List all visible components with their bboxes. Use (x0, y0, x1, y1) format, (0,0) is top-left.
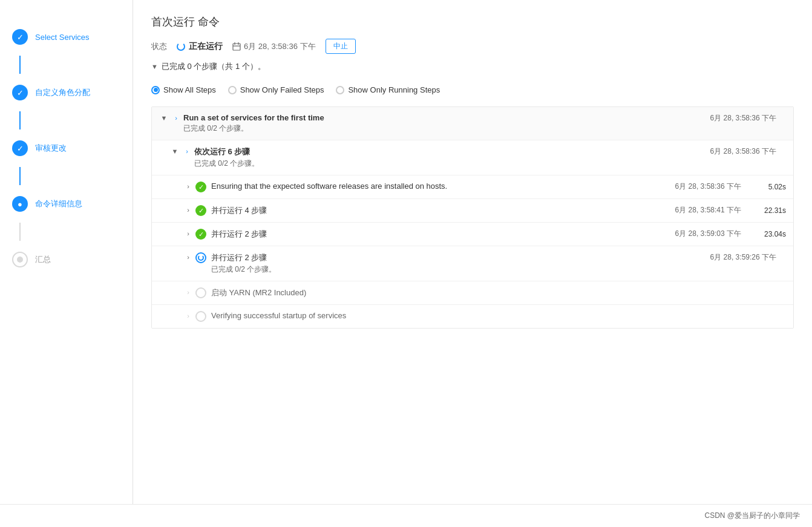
step-content-1-1-5: 启动 YARN (MR2 Included) (211, 287, 786, 298)
step-subtitle-1: 已完成 0/2 个步骤。 (183, 123, 710, 134)
step-title-1-1: 依次运行 6 步骤 (194, 146, 710, 157)
running-spinner (177, 42, 185, 51)
steps-container: ▼ › Run a set of services for the first … (151, 106, 794, 329)
connector-1 (19, 56, 21, 74)
status-text: 正在运行 (189, 41, 223, 52)
connector-2 (19, 111, 21, 129)
svg-rect-0 (233, 44, 240, 50)
footer-text: CSDN @爱当厨子的小章同学 (704, 511, 800, 520)
step-content-1-1-4: 并行运行 2 步骤 已完成 0/2 个步骤。 (211, 252, 710, 275)
expand-icon-1[interactable]: ▼ (159, 113, 169, 123)
radio-failed (228, 86, 237, 94)
expand-icon-1-1[interactable]: ▼ (170, 146, 180, 156)
step-row-1-1-6: › Verifying successful startup of servic… (152, 305, 793, 328)
step-title-1-1-5: 启动 YARN (MR2 Included) (211, 287, 786, 298)
step-right-1-1-2: 6月 28, 3:58:41 下午 22.31s (675, 205, 786, 215)
sidebar-item-command-details[interactable]: ● 命令详细信息 (0, 185, 133, 223)
step-time-1-1-1: 6月 28, 3:58:36 下午 (675, 182, 741, 192)
sidebar-label-audit: 审核更改 (35, 143, 67, 154)
sidebar-label-command-details: 命令详细信息 (35, 198, 82, 209)
sidebar-label-select-services: Select Services (35, 33, 90, 42)
expand-icon-1-1-2[interactable]: › (183, 205, 193, 215)
sidebar-item-audit[interactable]: ✓ 审核更改 (0, 129, 133, 167)
page-title: 首次运行 命令 (151, 15, 794, 29)
main-content: 首次运行 命令 状态 正在运行 6月 28, 3:58:36 下午 中止 ▼ 已… (133, 0, 812, 527)
radio-dot-all (154, 88, 158, 92)
summary-text: 已完成 0 个步骤（共 1 个）。 (162, 61, 266, 72)
status-icon-done-2: ✓ (195, 205, 206, 216)
step-row-1-1-3: › ✓ 并行运行 2 步骤 6月 28, 3:59:03 下午 23.04s (152, 223, 793, 246)
step-row-1-1-5: › 启动 YARN (MR2 Included) (152, 281, 793, 305)
status-label: 状态 (151, 41, 167, 52)
expand-icon-1-1-5[interactable]: › (183, 287, 193, 297)
expand-icon-1-1-1[interactable]: › (183, 182, 193, 191)
step-time-1-1: 6月 28, 3:58:36 下午 (710, 146, 776, 157)
step-title-1-1-2: 并行运行 4 步骤 (211, 205, 675, 216)
step-right-1-1: 6月 28, 3:58:36 下午 (710, 146, 786, 157)
step-row-1-1: ▼ › 依次运行 6 步骤 已完成 0/2 个步骤。 6月 28, 3:58:3… (152, 140, 793, 175)
status-bar: 状态 正在运行 6月 28, 3:58:36 下午 中止 (151, 39, 794, 54)
status-time-value: 6月 28, 3:58:36 下午 (244, 41, 316, 52)
footer: CSDN @爱当厨子的小章同学 (0, 504, 812, 527)
status-icon-done-1: ✓ (195, 182, 206, 192)
filter-failed[interactable]: Show Only Failed Steps (228, 85, 324, 94)
sidebar-item-custom-role[interactable]: ✓ 自定义角色分配 (0, 74, 133, 111)
chevron-down-icon: ▼ (151, 63, 158, 70)
step-content-1-1-1: Ensuring that the expected software rele… (211, 182, 675, 191)
step-duration-1-1-1: 5.02s (756, 183, 786, 191)
step-subtitle-1-1-4: 已完成 0/2 个步骤。 (211, 264, 710, 275)
step-row-1-1-1: › ✓ Ensuring that the expected software … (152, 175, 793, 199)
sidebar-item-select-services[interactable]: ✓ Select Services (0, 18, 133, 56)
step-time-1: 6月 28, 3:58:36 下午 (710, 113, 776, 123)
step-content-1-1-6: Verifying successful startup of services (211, 311, 786, 320)
step-icon-active: ● (12, 196, 28, 212)
filter-all[interactable]: Show All Steps (151, 85, 216, 94)
sidebar: ✓ Select Services ✓ 自定义角色分配 ✓ 审核更改 ● 命令详… (0, 0, 133, 527)
stop-button[interactable]: 中止 (326, 39, 356, 54)
step-icon-completed-3: ✓ (12, 140, 28, 156)
step-duration-1-1-3: 23.04s (756, 230, 786, 238)
step-icon-pending (12, 252, 28, 267)
expand-icon-1-1-6[interactable]: › (183, 311, 193, 321)
step-time-1-1-2: 6月 28, 3:58:41 下午 (675, 205, 741, 215)
step-content-1-1-2: 并行运行 4 步骤 (211, 205, 675, 216)
filter-failed-label: Show Only Failed Steps (240, 85, 324, 94)
step-title-1-1-4: 并行运行 2 步骤 (211, 252, 710, 263)
filter-all-label: Show All Steps (163, 85, 216, 94)
step-right-1-1-3: 6月 28, 3:59:03 下午 23.04s (675, 229, 786, 239)
status-icon-done-3: ✓ (195, 229, 206, 240)
calendar-icon (232, 42, 241, 51)
expand-icon-1-1b[interactable]: › (182, 146, 192, 156)
step-time-1-1-3: 6月 28, 3:59:03 下午 (675, 229, 741, 239)
summary-bar[interactable]: ▼ 已完成 0 个步骤（共 1 个）。 (151, 61, 794, 72)
radio-running (336, 86, 344, 94)
sidebar-item-summary[interactable]: 汇总 (0, 241, 133, 278)
step-right-1-1-1: 6月 28, 3:58:36 下午 5.02s (675, 182, 786, 192)
expand-icon-1-1-3[interactable]: › (183, 229, 193, 238)
expand-icon-1-1-4[interactable]: › (183, 252, 193, 262)
step-subtitle-1-1: 已完成 0/2 个步骤。 (194, 159, 710, 169)
step-content-1-1-3: 并行运行 2 步骤 (211, 229, 675, 240)
step-title-1-1-3: 并行运行 2 步骤 (211, 229, 675, 240)
step-icon-completed-2: ✓ (12, 85, 28, 100)
step-time-1-1-4: 6月 28, 3:59:26 下午 (710, 252, 776, 263)
step-row-1-1-2: › ✓ 并行运行 4 步骤 6月 28, 3:58:41 下午 22.31s (152, 199, 793, 223)
status-value: 正在运行 (177, 41, 223, 52)
step-content-1: Run a set of services for the first time… (183, 113, 710, 134)
filter-running-label: Show Only Running Steps (348, 85, 440, 94)
status-icon-pending-2 (195, 311, 206, 322)
step-right-1: 6月 28, 3:58:36 下午 (710, 113, 786, 123)
step-duration-1-1-2: 22.31s (756, 206, 786, 215)
step-icon-completed: ✓ (12, 29, 28, 45)
step-row-1: ▼ › Run a set of services for the first … (152, 107, 793, 140)
step-content-1-1: 依次运行 6 步骤 已完成 0/2 个步骤。 (194, 146, 710, 169)
status-time: 6月 28, 3:58:36 下午 (232, 41, 316, 52)
step-title-1: Run a set of services for the first time (183, 113, 710, 122)
sidebar-label-summary: 汇总 (35, 254, 51, 265)
connector-4 (19, 223, 21, 241)
sidebar-label-custom-role: 自定义角色分配 (35, 87, 90, 98)
filter-running[interactable]: Show Only Running Steps (336, 85, 440, 94)
expand-icon-1b[interactable]: › (171, 113, 181, 123)
step-title-1-1-1: Ensuring that the expected software rele… (211, 182, 675, 191)
step-right-1-1-4: 6月 28, 3:59:26 下午 (710, 252, 786, 263)
